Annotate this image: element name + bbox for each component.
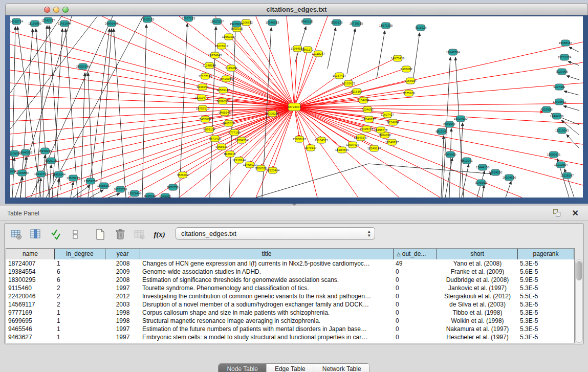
node-label: 17210654 [554, 163, 568, 166]
node-label: 13984554 [291, 47, 304, 50]
show-column-button[interactable] [28, 227, 43, 242]
tab-node-table[interactable]: Node Table [219, 364, 267, 372]
node-label: 16924530 [454, 117, 468, 120]
node-label: 11451944 [58, 22, 72, 25]
node-label: 18757510 [196, 107, 210, 110]
node-label: 9245012 [159, 195, 171, 198]
cell-short: Dudbridge et al. (2008) [437, 276, 518, 284]
node-label: 7873414 [209, 137, 221, 140]
node-label: 18549147 [367, 147, 381, 150]
cell-year: 1997 [105, 284, 140, 292]
node-label: 11607427 [381, 113, 395, 116]
cell-short: Hescheler et al. (1997) [437, 333, 518, 341]
cell-name: 9463627 [6, 333, 55, 341]
node-label: 5905135 [331, 21, 343, 24]
window-titlebar[interactable]: citations_edges.txt [5, 3, 588, 15]
node-label: 17957253 [182, 17, 195, 20]
cell-in_degree: 1 [55, 309, 105, 317]
column-header-pagerank[interactable]: pagerank [518, 249, 574, 259]
node-label: 15495778 [360, 127, 374, 130]
cell-title: Estimation of significance thresholds fo… [140, 276, 394, 284]
cell-in_degree: 6 [55, 268, 105, 276]
node-label: 12118247 [312, 52, 325, 55]
table-row[interactable]: 1456911722003Disruption of a novel membe… [6, 300, 574, 309]
cell-title: Structural magnetic resonance image aver… [140, 317, 394, 325]
cell-short: Stergiakouli et al. (2012) [437, 292, 518, 300]
table-toolbar: f(x) citations_edges.txt ▲▼ [5, 224, 583, 245]
node-label: 9600160 [231, 27, 243, 30]
node-label: 12093832 [553, 100, 567, 103]
cell-name: 9777169 [6, 309, 55, 317]
unselect-all-button[interactable] [68, 227, 83, 242]
column-header-out_de[interactable]: △out_de... [394, 249, 437, 259]
cell-pagerank: 5.3E-5 [518, 333, 574, 341]
table-row[interactable]: 969969511998Structural magnetic resonanc… [6, 317, 574, 325]
node-label: 18549327 [362, 118, 376, 121]
cell-year: 2003 [105, 300, 140, 309]
vertical-scrollbar[interactable] [575, 259, 583, 343]
node-label: 15940553 [266, 21, 279, 24]
cell-out_de: 0 [394, 309, 437, 317]
create-column-button[interactable] [93, 227, 108, 242]
table-row[interactable]: 946554611997Estimation of the future num… [6, 325, 574, 333]
node-label: 12444156 [550, 115, 564, 118]
node-label: 16101621 [342, 82, 356, 85]
table-row[interactable]: 1872400712008Changes of HCN gene express… [6, 259, 574, 268]
node-label: 9079137 [304, 146, 317, 149]
table-header-row: namein_degreeyeartitle△out_de...shortpag… [6, 249, 574, 259]
table-mode-button[interactable] [9, 227, 24, 242]
table-row[interactable]: 911546021997Tourette syndrome. Phenomeno… [6, 284, 574, 292]
tab-network-table[interactable]: Network Table [314, 364, 369, 372]
node-label: 9699695 [216, 100, 229, 103]
network-canvas[interactable]: 1221591710974943112485441210714691399941… [10, 16, 583, 198]
cell-in_degree: 2 [55, 292, 105, 300]
node-label: 24055724 [10, 20, 24, 23]
cell-in_degree: 1 [55, 325, 105, 333]
column-header-year[interactable]: year [105, 249, 140, 259]
column-header-name[interactable]: name [6, 249, 55, 259]
node-label: 11156883 [28, 22, 41, 25]
function-builder-button[interactable]: f(x) [152, 227, 167, 242]
float-panel-icon[interactable] [553, 209, 561, 217]
node-label: 15184594 [335, 148, 349, 151]
node-label: 12342757 [34, 172, 48, 176]
delete-column-button[interactable] [113, 227, 128, 242]
table-row[interactable]: 977716911998Corpus callosum shape and si… [6, 309, 574, 317]
cell-in_degree: 6 [55, 276, 105, 284]
column-header-short[interactable]: short [437, 249, 518, 259]
node-label: 9245012 [475, 181, 487, 184]
column-header-in_degree[interactable]: in_degree [55, 249, 105, 259]
table-select-dropdown[interactable]: citations_edges.txt ▲▼ [176, 227, 375, 239]
node-label: 10719155 [350, 22, 363, 25]
table-row[interactable]: 946362711997Embryonic stem cells: a mode… [6, 333, 574, 341]
close-panel-icon[interactable]: ✕ [572, 208, 579, 218]
node-label: 9139994 [197, 85, 209, 89]
column-header-title[interactable]: title [140, 249, 394, 259]
node-label: 18724007 [288, 105, 301, 108]
table-row[interactable]: 1830029562008Estimation of significance … [6, 276, 574, 284]
cell-in_degree: 1 [55, 333, 105, 341]
cell-year: 2008 [105, 276, 140, 284]
node-label: 8979919 [443, 123, 455, 126]
table-tabbar: Node TableEdge TableNetwork Table [5, 362, 583, 372]
cell-pagerank: 5.9E-5 [518, 276, 574, 284]
table-row[interactable]: 2242004622012Investigating the contribut… [6, 292, 574, 300]
node-label: 12107146 [199, 75, 212, 78]
select-all-button[interactable] [48, 227, 63, 242]
node-label: 15495778 [374, 128, 388, 132]
delete-table-button-disabled [132, 227, 147, 242]
table-row[interactable]: 1938455462009Genome-wide association stu… [6, 268, 574, 276]
node-label: 16671355 [379, 24, 393, 27]
cell-title: Genome-wide association studies in ADHD. [140, 268, 394, 276]
node-label: 5905135 [45, 159, 57, 162]
tab-edge-table[interactable]: Edge Table [267, 364, 314, 372]
cell-out_de: 0 [394, 292, 437, 300]
node-label: 12118247 [560, 174, 574, 177]
node-label: 9227341 [553, 85, 565, 89]
citation-graph[interactable]: 1221591710974943112485441210714691399941… [10, 16, 583, 198]
cell-in_degree: 1 [55, 259, 105, 268]
node-label: 17957253 [84, 180, 98, 183]
node-label: 9329966 [556, 70, 568, 73]
scrollbar-thumb[interactable] [576, 261, 582, 280]
cell-title: Investigating the contribution of common… [140, 292, 394, 300]
